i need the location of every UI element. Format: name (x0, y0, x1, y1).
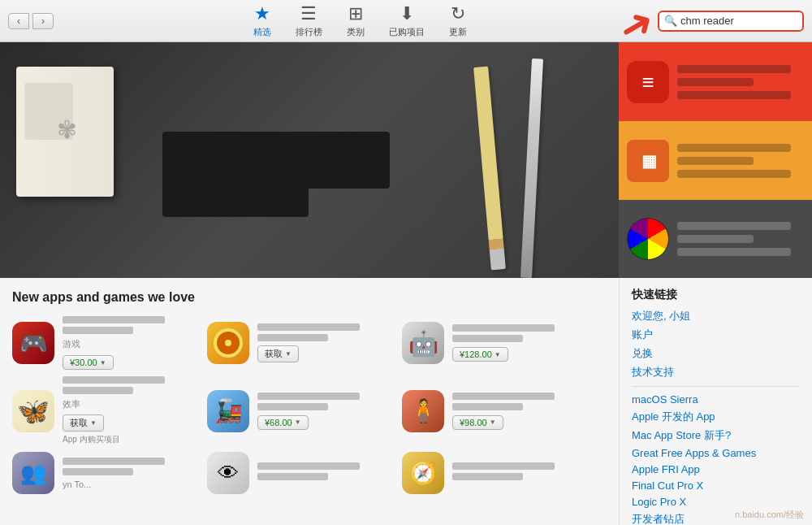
panel-text-line-5 (677, 157, 754, 165)
sidebar-link-apple-apps[interactable]: Apple 开发的 App (632, 410, 800, 424)
hero-background: ✾ (0, 42, 619, 278)
app-name-block-2 (257, 473, 328, 480)
notebook-logo: ✾ (57, 115, 77, 144)
panel-text-line-3 (677, 91, 791, 99)
app-name-block-2 (452, 403, 523, 410)
app-price: ¥98.00 (460, 418, 487, 427)
app-info (257, 462, 386, 484)
sidebar-link-macos[interactable]: macOS Sierra (632, 393, 800, 406)
app-get-button[interactable]: 获取 ▼ (63, 414, 104, 432)
dropdown-arrow-icon: ▼ (90, 419, 97, 427)
updates-tab-label: 更新 (449, 26, 467, 38)
app-name-block-2 (63, 468, 133, 475)
forward-button[interactable]: › (32, 13, 54, 29)
app-price: ¥68.00 (265, 418, 292, 427)
sidebar-link-logic-pro[interactable]: Logic Pro X (632, 496, 800, 508)
tab-purchased[interactable]: ⬇已购项目 (389, 3, 425, 38)
dropdown-arrow-icon: ▼ (285, 350, 292, 358)
tab-category[interactable]: ⊞类别 (347, 3, 365, 38)
panel-red[interactable]: ≡ (619, 42, 812, 121)
app-icon[interactable]: 🤖 (402, 322, 444, 364)
quick-links-title: 快速链接 (632, 288, 800, 302)
app-icon[interactable]: 🎮 (12, 322, 54, 364)
app-info: ¥128.00 ▼ (452, 324, 581, 362)
nav-buttons: ‹ › (8, 13, 54, 29)
app-icon[interactable]: 👁 (207, 452, 249, 494)
sidebar-link-new-to-mac[interactable]: Mac App Store 新手? (632, 428, 800, 443)
list-item: 🧍 ¥98.00 ▼ (402, 376, 581, 445)
panel-orange[interactable]: ▦ (619, 121, 812, 200)
app-get-label: 获取 (70, 417, 88, 429)
dropdown-arrow-icon: ▼ (295, 419, 301, 426)
app-name-block-2 (452, 473, 523, 480)
sidebar-link-support[interactable]: 技术支持 (632, 365, 800, 380)
app-name-block (257, 462, 360, 470)
app-name-block-2 (452, 335, 523, 342)
panel-dark[interactable] (619, 200, 812, 278)
list-item: 获取 ▼ (207, 316, 386, 370)
app-info: yn To... (63, 458, 191, 489)
app-icon[interactable]: 🚂 (207, 390, 249, 432)
app-info: 游戏 ¥30.00 ▼ (63, 316, 191, 370)
toolbar: ‹ › ★精选☰排行榜⊞类别⬇已购项目↻更新 🔍 ✕ ➜ (0, 0, 812, 42)
sidebar-link-welcome[interactable]: 欢迎您, 小姐 (632, 309, 800, 323)
app-suffix-label: yn To... (63, 479, 191, 489)
app-info: 效率 获取 ▼ App 内购买项目 (63, 376, 191, 445)
list-item: 🦋 效率 获取 ▼ App 内购买项目 (12, 376, 191, 445)
app-icon[interactable]: 🧭 (402, 452, 444, 494)
updates-tab-icon: ↻ (451, 3, 465, 24)
panel-text-line-7 (677, 222, 791, 230)
tab-updates[interactable]: ↻更新 (449, 3, 467, 38)
list-item: 🎮 游戏 ¥30.00 ▼ (12, 316, 191, 370)
app-buy-button[interactable]: ¥30.00 ▼ (63, 355, 114, 370)
back-button[interactable]: ‹ (8, 13, 29, 29)
right-sidebar: 快速链接 欢迎您, 小姐 账户 兑换 技术支持 macOS Sierra App… (619, 278, 812, 525)
list-item: 🚂 ¥68.00 ▼ (207, 376, 386, 445)
search-icon: 🔍 (664, 15, 677, 27)
app-info: ¥68.00 ▼ (257, 393, 386, 430)
app-get-button[interactable]: 获取 ▼ (257, 345, 299, 362)
app-type-label: 效率 (63, 398, 191, 410)
panel-text-line-8 (677, 235, 754, 243)
hero-notebook: ✾ (16, 67, 114, 197)
app-buy-button[interactable]: ¥128.00 ▼ (452, 347, 508, 362)
sidebar-link-apple-fri[interactable]: Apple FRI App (632, 463, 800, 475)
search-input[interactable] (680, 15, 812, 27)
sidebar-link-account[interactable]: 账户 (632, 328, 800, 342)
app-type-label: 游戏 (63, 338, 191, 350)
app-icon[interactable]: 🦋 (12, 390, 54, 432)
app-icon[interactable]: 👥 (12, 452, 54, 494)
list-item: 👁 (207, 452, 386, 494)
hero-black-box-1 (162, 132, 390, 189)
app-buy-button[interactable]: ¥98.00 ▼ (452, 415, 503, 430)
app-price: ¥128.00 (460, 349, 492, 359)
app-buy-button[interactable]: ¥68.00 ▼ (257, 415, 309, 430)
tab-featured[interactable]: ★精选 (253, 3, 271, 38)
sidebar-link-great-free[interactable]: Great Free Apps & Games (632, 447, 800, 459)
app-name-block (452, 324, 555, 332)
app-name-block-2 (257, 403, 328, 410)
featured-tab-icon: ★ (254, 3, 270, 24)
panel-text-line-2 (677, 78, 754, 86)
app-icon[interactable] (207, 322, 249, 364)
content-area: New apps and games we love 🎮 游戏 ¥30.00 ▼ (0, 278, 812, 525)
hero-pencil (473, 67, 506, 271)
dropdown-arrow-icon: ▼ (100, 359, 106, 367)
toolbar-tabs: ★精选☰排行榜⊞类别⬇已购项目↻更新 (62, 3, 658, 38)
hero-pen (520, 59, 543, 278)
panel-red-icon: ≡ (627, 61, 669, 103)
app-name-block (452, 462, 555, 470)
panel-text-line-4 (677, 144, 791, 152)
sidebar-link-final-cut[interactable]: Final Cut Pro X (632, 479, 800, 492)
app-name-block-2 (63, 387, 133, 394)
app-name-block-2 (257, 334, 328, 341)
dropdown-arrow-icon: ▼ (490, 419, 496, 426)
sidebar-link-dev-store[interactable]: 开发者钻店 (632, 512, 800, 525)
app-info (452, 462, 581, 484)
ranking-tab-icon: ☰ (300, 3, 317, 24)
app-name-block (63, 376, 165, 384)
apps-row-1: 🎮 游戏 ¥30.00 ▼ (12, 316, 607, 370)
tab-ranking[interactable]: ☰排行榜 (296, 3, 322, 38)
sidebar-link-redeem[interactable]: 兑换 (632, 346, 800, 361)
app-icon[interactable]: 🧍 (402, 390, 444, 432)
